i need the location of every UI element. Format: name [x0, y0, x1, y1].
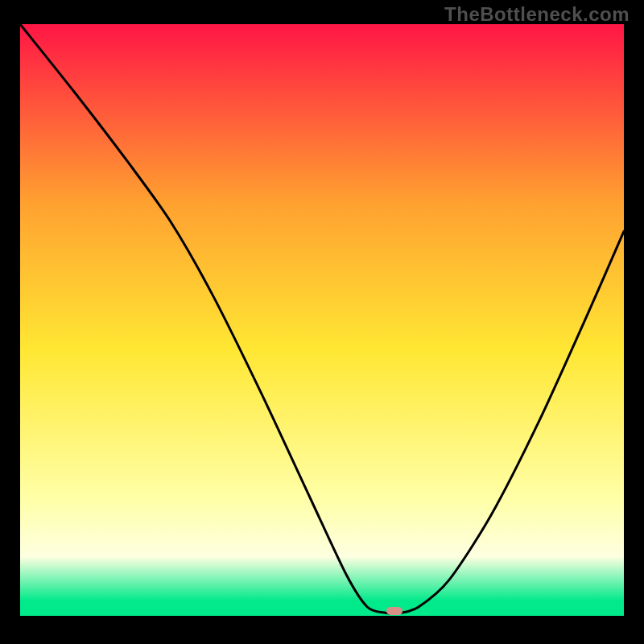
- plot-svg: [20, 24, 624, 616]
- chart-frame: TheBottleneck.com: [0, 0, 644, 644]
- optimal-point-marker: [386, 607, 402, 615]
- watermark-text: TheBottleneck.com: [444, 3, 630, 26]
- plot-area: [20, 24, 624, 616]
- gradient-background: [20, 24, 624, 616]
